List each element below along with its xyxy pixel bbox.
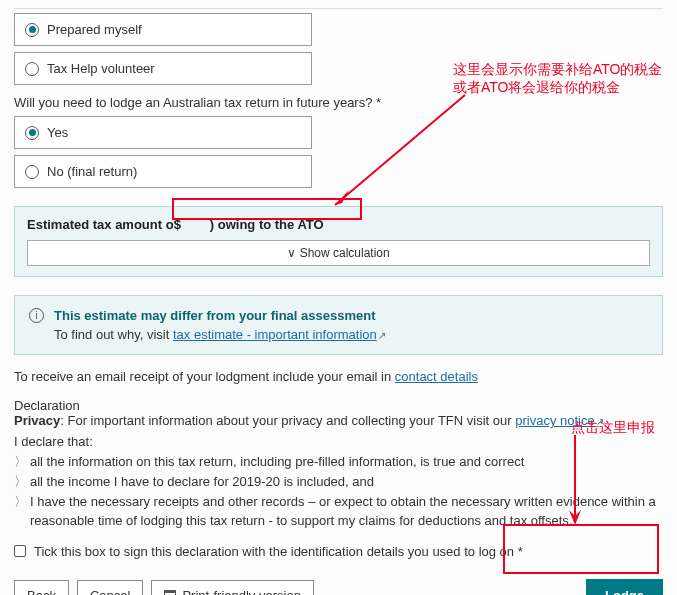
radio-icon — [25, 62, 39, 76]
privacy-line: Privacy: For important information about… — [14, 413, 663, 428]
chevron-down-icon: ∨ — [287, 246, 299, 260]
radio-yes[interactable]: Yes — [14, 116, 312, 149]
show-calculation-toggle[interactable]: ∨ Show calculation — [27, 240, 650, 266]
declare-intro: I declare that: — [14, 434, 663, 449]
back-button[interactable]: Back — [14, 580, 69, 595]
info-body: To find out why, visit tax estimate - im… — [54, 327, 386, 342]
radio-tax-help-volunteer[interactable]: Tax Help volunteer — [14, 52, 312, 85]
radio-label: Yes — [47, 125, 68, 140]
preparer-radio-group: Prepared myself Tax Help volunteer — [14, 13, 663, 85]
radio-no-final-return[interactable]: No (final return) — [14, 155, 312, 188]
print-icon — [164, 590, 176, 595]
radio-icon — [25, 23, 39, 37]
sign-declaration-row: Tick this box to sign this declaration w… — [14, 544, 663, 559]
estimate-info-panel: i This estimate may differ from your fin… — [14, 295, 663, 355]
cancel-button[interactable]: Cancel — [77, 580, 143, 595]
radio-prepared-myself[interactable]: Prepared myself — [14, 13, 312, 46]
radio-label: No (final return) — [47, 164, 137, 179]
radio-label: Prepared myself — [47, 22, 142, 37]
radio-icon — [25, 165, 39, 179]
list-item: I have the necessary receipts and other … — [30, 493, 663, 529]
receipt-text: To receive an email receipt of your lodg… — [14, 369, 663, 384]
estimate-panel: Estimated tax amount o$ ) owing to the A… — [14, 206, 663, 277]
radio-label: Tax Help volunteer — [47, 61, 155, 76]
contact-details-link[interactable]: contact details — [395, 369, 478, 384]
sign-declaration-label: Tick this box to sign this declaration w… — [34, 544, 523, 559]
radio-icon — [25, 126, 39, 140]
tax-estimate-info-link[interactable]: tax estimate - important information — [173, 327, 386, 342]
list-item: all the income I have to declare for 201… — [30, 473, 374, 491]
sign-declaration-checkbox[interactable] — [14, 545, 26, 557]
declaration-heading: Declaration — [14, 398, 663, 413]
privacy-notice-link[interactable]: privacy notice — [515, 413, 603, 428]
footer-buttons: Back Cancel Print-friendly version Lodge — [14, 579, 663, 595]
future-years-question: Will you need to lodge an Australian tax… — [14, 95, 663, 110]
info-icon: i — [29, 308, 44, 323]
estimate-title: Estimated tax amount o$ ) owing to the A… — [27, 217, 650, 232]
declaration-list: 〉all the information on this tax return,… — [14, 453, 663, 530]
info-title: This estimate may differ from your final… — [54, 308, 386, 323]
list-item: all the information on this tax return, … — [30, 453, 524, 471]
lodge-button[interactable]: Lodge — [586, 579, 663, 595]
future-years-radio-group: Yes No (final return) — [14, 116, 663, 188]
print-friendly-button[interactable]: Print-friendly version — [151, 580, 314, 595]
